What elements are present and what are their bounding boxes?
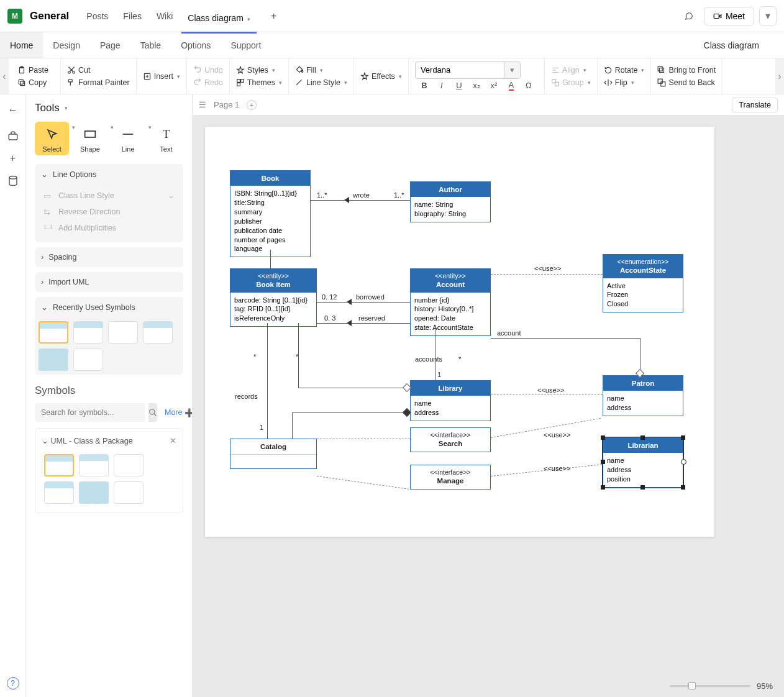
comment-icon[interactable] — [679, 6, 699, 26]
canvas[interactable]: Book ISBN: String[0..1]{id} title:String… — [193, 116, 784, 697]
opt-add-multiplicities[interactable]: 1..1Add Multiplicities — [41, 220, 177, 236]
line-style-button[interactable]: Line Style▾ — [293, 77, 350, 88]
uml-account-state[interactable]: <<enumeration>>AccountState Active Froze… — [603, 254, 683, 312]
meet-button[interactable]: Meet — [704, 7, 754, 25]
symbol-uml-4[interactable] — [44, 481, 74, 504]
opt-reverse-direction[interactable]: ⇆Reverse Direction — [41, 204, 177, 220]
font-select[interactable]: Verdana ▾ — [415, 62, 521, 79]
close-icon[interactable]: ✕ — [170, 436, 176, 445]
translate-button[interactable]: Translate — [732, 98, 778, 112]
nav-wiki[interactable]: Wiki — [150, 7, 179, 25]
uml-patron[interactable]: Patron name address — [603, 375, 683, 416]
uml-librarian[interactable]: Librarian name address position — [603, 437, 683, 488]
back-button[interactable]: ← — [4, 101, 22, 119]
tab-home[interactable]: Home — [0, 32, 43, 58]
symbol-note[interactable] — [73, 348, 103, 371]
superscript-button[interactable]: x² — [488, 80, 499, 91]
tab-support[interactable]: Support — [221, 32, 271, 58]
text-color-button[interactable]: A — [506, 80, 517, 91]
nav-posts[interactable]: Posts — [80, 7, 114, 25]
resize-handle[interactable] — [601, 435, 605, 440]
toolbox-icon[interactable] — [4, 127, 22, 145]
uml-manage[interactable]: <<interface>>Manage — [410, 465, 491, 490]
symbol-search-button[interactable] — [148, 403, 157, 422]
cut-button[interactable]: Cut — [65, 65, 132, 76]
italic-button[interactable]: I — [436, 80, 447, 91]
import-uml-toggle[interactable]: ›Import UML — [35, 272, 183, 292]
resize-handle[interactable] — [640, 435, 645, 440]
line-options-toggle[interactable]: ⌄Line Options — [35, 164, 183, 184]
ribbon-scroll-right[interactable]: › — [775, 58, 784, 94]
tool-select[interactable]: Select ▾ — [35, 122, 69, 155]
rotate-button[interactable]: Rotate▾ — [601, 65, 647, 76]
nav-files[interactable]: Files — [117, 7, 148, 25]
uml-book-item[interactable]: <<entity>>Book item barcode: String [0..… — [230, 268, 317, 327]
zoom-slider[interactable] — [670, 685, 750, 687]
align-button[interactable]: Align▾ — [549, 65, 593, 76]
add-icon[interactable]: + — [4, 149, 22, 168]
insert-button[interactable]: Insert▾ — [140, 71, 183, 82]
bold-button[interactable]: B — [419, 80, 430, 91]
tab-options[interactable]: Options — [171, 32, 221, 58]
tab-design[interactable]: Design — [43, 32, 90, 58]
diagram-page[interactable]: Book ISBN: String[0..1]{id} title:String… — [205, 127, 714, 537]
symbol-uml-folder[interactable] — [79, 481, 109, 504]
symbol-class-blue2[interactable] — [73, 321, 103, 344]
symbol-search-input[interactable] — [35, 403, 145, 422]
undo-button[interactable]: Undo — [191, 65, 226, 76]
symbol-folder[interactable] — [39, 348, 68, 371]
uml-account[interactable]: <<entity>>Account number {id} history: H… — [410, 268, 491, 336]
symbol-class-blue3[interactable] — [143, 321, 173, 344]
bring-to-front-button[interactable]: Bring to Front — [655, 65, 718, 76]
help-icon[interactable]: ? — [7, 677, 19, 690]
nav-class-diagram[interactable]: Class diagram ▾ — [181, 9, 256, 34]
tools-header[interactable]: Tools ▾ — [35, 102, 183, 114]
themes-button[interactable]: Themes▾ — [234, 77, 285, 88]
symbols-more-link[interactable]: More➕ — [161, 403, 193, 422]
uml-search[interactable]: <<interface>>Search — [410, 427, 491, 452]
symbol-uml-note[interactable] — [114, 481, 144, 504]
outline-icon[interactable]: ☰ — [199, 100, 206, 109]
spacing-toggle[interactable]: ›Spacing — [35, 247, 183, 267]
symbol-uml-2[interactable] — [79, 454, 109, 476]
page-label[interactable]: Page 1 — [214, 100, 239, 109]
paste-button[interactable]: Paste — [15, 65, 57, 76]
tool-shape[interactable]: Shape ▾ — [73, 122, 107, 155]
underline-button[interactable]: U — [454, 80, 465, 91]
styles-button[interactable]: Styles▾ — [234, 65, 285, 76]
redo-button[interactable]: Redo — [191, 77, 226, 88]
ribbon-scroll-left[interactable]: ‹ — [0, 58, 9, 94]
database-icon[interactable] — [4, 171, 22, 190]
connection-handle[interactable] — [681, 459, 686, 465]
add-tab-button[interactable]: + — [265, 7, 283, 25]
symbol-simple-class[interactable] — [108, 321, 138, 344]
uml-library[interactable]: Library name address — [410, 380, 491, 421]
tool-line[interactable]: Line ▾ — [111, 122, 145, 155]
resize-handle[interactable] — [681, 435, 685, 440]
format-painter-button[interactable]: Format Painter — [65, 77, 132, 88]
send-to-back-button[interactable]: Send to Back — [655, 77, 718, 88]
resize-handle[interactable] — [601, 485, 605, 490]
opt-class-line-style[interactable]: ▭Class Line Style⌄ — [41, 187, 177, 204]
add-page-button[interactable]: + — [247, 100, 257, 110]
fill-button[interactable]: Fill▾ — [293, 65, 350, 76]
zoom-thumb[interactable] — [688, 682, 696, 690]
symbol-uml-3[interactable] — [114, 454, 144, 476]
resize-handle[interactable] — [640, 485, 645, 490]
effects-button[interactable]: Effects▾ — [358, 71, 404, 82]
recent-toggle[interactable]: ⌄Recently Used Symbols — [35, 297, 183, 317]
uml-catalog[interactable]: Catalog — [230, 439, 317, 469]
symbol-uml-1[interactable] — [44, 454, 74, 476]
uml-author[interactable]: Author name: String biography: String — [410, 181, 491, 222]
resize-handle[interactable] — [681, 485, 685, 490]
flip-button[interactable]: Flip▾ — [601, 77, 647, 88]
meet-dropdown[interactable]: ▾ — [759, 6, 777, 26]
tab-page[interactable]: Page — [90, 32, 130, 58]
tool-text[interactable]: T Text — [149, 122, 183, 155]
uml-category-head[interactable]: ⌄ UML - Class & Package ✕ — [40, 434, 178, 450]
copy-button[interactable]: Copy — [15, 77, 57, 88]
group-button[interactable]: Group▾ — [549, 77, 593, 88]
subscript-button[interactable]: x₂ — [471, 80, 482, 91]
tab-table[interactable]: Table — [130, 32, 171, 58]
symbol-class-blue[interactable] — [39, 321, 68, 344]
